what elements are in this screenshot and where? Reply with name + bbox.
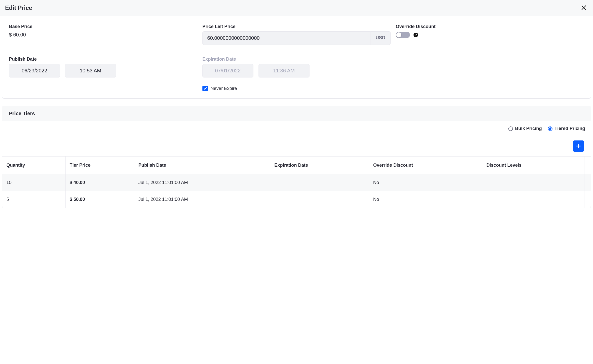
bulk-pricing-label: Bulk Pricing <box>515 126 542 131</box>
col-actions <box>585 157 591 174</box>
close-button[interactable] <box>580 4 588 12</box>
col-expiration-date[interactable]: Expiration Date <box>270 157 369 174</box>
base-price-value: $ 60.00 <box>9 32 197 38</box>
price-list-price-field: Price List Price USD <box>202 24 391 45</box>
col-override-discount[interactable]: Override Discount <box>369 157 482 174</box>
tiered-pricing-label: Tiered Pricing <box>555 126 585 131</box>
publish-date-label: Publish Date <box>9 57 197 62</box>
cell-expiration-date <box>270 191 369 208</box>
price-tiers-header: Price Tiers <box>2 106 591 121</box>
close-icon <box>581 5 587 11</box>
cell-actions[interactable] <box>585 191 591 208</box>
cell-tier-price: $ 40.00 <box>66 174 134 191</box>
price-tiers-table: Quantity Tier Price Publish Date Expirat… <box>2 156 591 208</box>
publish-date-field: Publish Date <box>9 57 197 91</box>
help-icon[interactable]: ? <box>414 33 418 37</box>
publish-date-input[interactable] <box>9 64 60 77</box>
table-row[interactable]: 10$ 40.00Jul 1, 2022 11:01:00 AMNo <box>2 174 591 191</box>
price-tiers-panel: Price Tiers Bulk Pricing Tiered Pricing <box>2 106 591 208</box>
override-discount-label: Override Discount <box>396 24 584 29</box>
price-list-price-input[interactable] <box>202 31 370 45</box>
cell-publish-date: Jul 1, 2022 11:01:00 AM <box>134 174 270 191</box>
tiered-pricing-radio[interactable]: Tiered Pricing <box>548 126 585 131</box>
cell-quantity: 5 <box>2 191 66 208</box>
check-icon <box>203 87 207 90</box>
cell-override-discount: No <box>369 174 482 191</box>
radio-icon <box>548 126 552 131</box>
plus-icon <box>575 143 582 149</box>
table-row[interactable]: 5$ 50.00Jul 1, 2022 11:01:00 AMNo <box>2 191 591 208</box>
cell-override-discount: No <box>369 191 482 208</box>
cell-actions[interactable] <box>585 174 591 191</box>
cell-tier-price: $ 50.00 <box>66 191 134 208</box>
edit-price-panel: Base Price $ 60.00 Price List Price USD … <box>2 16 591 99</box>
cell-discount-levels <box>482 174 585 191</box>
never-expire-checkbox[interactable] <box>202 86 208 91</box>
col-tier-price[interactable]: Tier Price <box>66 157 134 174</box>
modal-title: Edit Price <box>5 5 32 11</box>
cell-publish-date: Jul 1, 2022 11:01:00 AM <box>134 191 270 208</box>
col-publish-date[interactable]: Publish Date <box>134 157 270 174</box>
never-expire-label: Never Expire <box>211 86 237 91</box>
currency-label: USD <box>370 31 391 45</box>
col-discount-levels[interactable]: Discount Levels <box>482 157 585 174</box>
expiration-date-label: Expiration Date <box>202 57 391 62</box>
radio-icon <box>508 126 513 131</box>
never-expire-row[interactable]: Never Expire <box>202 86 391 91</box>
add-tier-button[interactable] <box>573 140 584 152</box>
publish-time-input[interactable] <box>65 64 116 77</box>
expiration-date-field: Expiration Date Never Expire <box>202 57 391 91</box>
expiration-date-input <box>202 64 253 77</box>
cell-quantity: 10 <box>2 174 66 191</box>
base-price-field: Base Price $ 60.00 <box>9 24 197 45</box>
base-price-label: Base Price <box>9 24 197 29</box>
bulk-pricing-radio[interactable]: Bulk Pricing <box>508 126 542 131</box>
col-quantity[interactable]: Quantity <box>2 157 66 174</box>
override-discount-toggle[interactable] <box>396 32 410 38</box>
cell-expiration-date <box>270 174 369 191</box>
cell-discount-levels <box>482 191 585 208</box>
price-tiers-heading: Price Tiers <box>9 111 584 116</box>
modal-header: Edit Price <box>0 0 593 16</box>
expiration-time-input <box>259 64 310 77</box>
price-list-price-label: Price List Price <box>202 24 391 29</box>
override-discount-field: Override Discount ? <box>396 24 584 45</box>
